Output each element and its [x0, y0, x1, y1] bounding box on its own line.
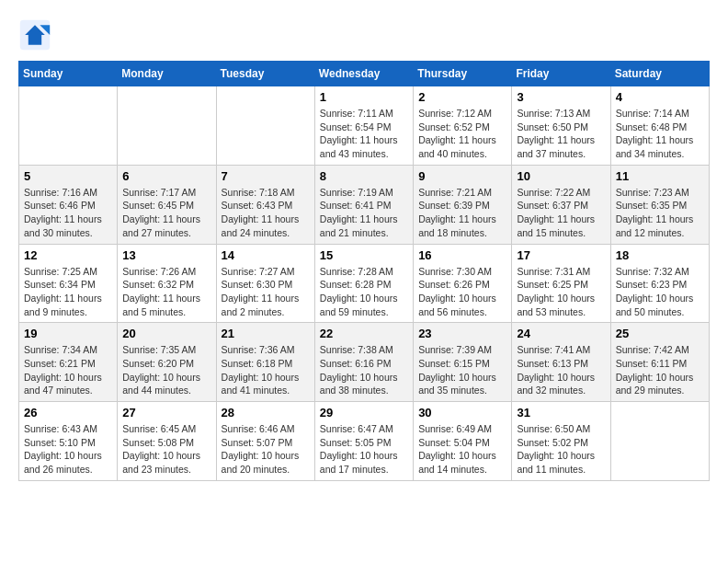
calendar-cell: 15Sunrise: 7:28 AM Sunset: 6:28 PM Dayli…: [314, 244, 413, 323]
day-info: Sunrise: 7:27 AM Sunset: 6:30 PM Dayligh…: [222, 265, 310, 319]
day-info: Sunrise: 7:19 AM Sunset: 6:41 PM Dayligh…: [320, 186, 408, 240]
day-number: 14: [222, 248, 310, 262]
day-number: 20: [122, 327, 210, 340]
day-number: 3: [517, 90, 605, 104]
calendar-cell: 16Sunrise: 7:30 AM Sunset: 6:26 PM Dayli…: [414, 244, 512, 323]
page-header: [18, 18, 710, 52]
calendar-cell: 11Sunrise: 7:23 AM Sunset: 6:35 PM Dayli…: [610, 165, 709, 244]
day-number: 8: [320, 169, 408, 183]
calendar-week-row: 1Sunrise: 7:11 AM Sunset: 6:54 PM Daylig…: [19, 86, 710, 166]
calendar-cell: [216, 86, 314, 166]
calendar-cell: 29Sunrise: 6:47 AM Sunset: 5:05 PM Dayli…: [314, 402, 413, 481]
calendar-day-header: Friday: [512, 62, 610, 86]
calendar-cell: [19, 86, 118, 166]
calendar-cell: [118, 86, 216, 166]
calendar-cell: 9Sunrise: 7:21 AM Sunset: 6:39 PM Daylig…: [414, 165, 512, 244]
day-info: Sunrise: 6:49 AM Sunset: 5:04 PM Dayligh…: [418, 422, 506, 477]
day-info: Sunrise: 7:12 AM Sunset: 6:52 PM Dayligh…: [418, 107, 506, 161]
day-number: 24: [517, 327, 605, 340]
calendar-cell: 12Sunrise: 7:25 AM Sunset: 6:34 PM Dayli…: [19, 244, 118, 323]
calendar-day-header: Saturday: [610, 62, 709, 86]
logo: [18, 18, 57, 52]
calendar-cell: 19Sunrise: 7:34 AM Sunset: 6:21 PM Dayli…: [19, 323, 118, 402]
day-number: 19: [24, 327, 112, 340]
calendar-cell: 31Sunrise: 6:50 AM Sunset: 5:02 PM Dayli…: [512, 402, 610, 481]
calendar-cell: 7Sunrise: 7:18 AM Sunset: 6:43 PM Daylig…: [216, 165, 314, 244]
calendar-cell: [610, 402, 709, 481]
calendar-week-row: 12Sunrise: 7:25 AM Sunset: 6:34 PM Dayli…: [19, 244, 710, 323]
day-info: Sunrise: 7:26 AM Sunset: 6:32 PM Dayligh…: [122, 265, 210, 319]
day-number: 23: [418, 327, 506, 340]
day-info: Sunrise: 7:21 AM Sunset: 6:39 PM Dayligh…: [418, 186, 506, 240]
calendar-day-header: Tuesday: [216, 62, 314, 86]
calendar-cell: 13Sunrise: 7:26 AM Sunset: 6:32 PM Dayli…: [118, 244, 216, 323]
calendar: SundayMondayTuesdayWednesdayThursdayFrid…: [18, 61, 710, 481]
day-info: Sunrise: 6:45 AM Sunset: 5:08 PM Dayligh…: [122, 422, 210, 477]
day-number: 6: [122, 169, 210, 183]
day-number: 29: [320, 406, 408, 419]
calendar-cell: 27Sunrise: 6:45 AM Sunset: 5:08 PM Dayli…: [118, 402, 216, 481]
day-info: Sunrise: 7:18 AM Sunset: 6:43 PM Dayligh…: [222, 186, 310, 240]
day-info: Sunrise: 7:17 AM Sunset: 6:45 PM Dayligh…: [122, 186, 210, 240]
day-number: 4: [616, 90, 704, 104]
calendar-cell: 6Sunrise: 7:17 AM Sunset: 6:45 PM Daylig…: [118, 165, 216, 244]
day-info: Sunrise: 7:34 AM Sunset: 6:21 PM Dayligh…: [24, 343, 112, 397]
day-number: 30: [418, 406, 506, 419]
day-info: Sunrise: 7:32 AM Sunset: 6:23 PM Dayligh…: [616, 265, 704, 319]
day-info: Sunrise: 7:25 AM Sunset: 6:34 PM Dayligh…: [24, 265, 112, 319]
day-number: 15: [320, 248, 408, 262]
day-number: 9: [418, 169, 506, 183]
day-info: Sunrise: 7:22 AM Sunset: 6:37 PM Dayligh…: [517, 186, 605, 240]
day-info: Sunrise: 7:35 AM Sunset: 6:20 PM Dayligh…: [122, 343, 210, 397]
calendar-cell: 18Sunrise: 7:32 AM Sunset: 6:23 PM Dayli…: [610, 244, 709, 323]
day-info: Sunrise: 7:14 AM Sunset: 6:48 PM Dayligh…: [616, 107, 704, 161]
day-info: Sunrise: 6:46 AM Sunset: 5:07 PM Dayligh…: [222, 422, 310, 477]
day-number: 12: [24, 248, 112, 262]
calendar-week-row: 19Sunrise: 7:34 AM Sunset: 6:21 PM Dayli…: [19, 323, 710, 402]
day-number: 17: [517, 248, 605, 262]
day-number: 16: [418, 248, 506, 262]
day-info: Sunrise: 7:16 AM Sunset: 6:46 PM Dayligh…: [24, 186, 112, 240]
day-number: 31: [517, 406, 605, 419]
calendar-day-header: Monday: [118, 62, 216, 86]
day-number: 11: [616, 169, 704, 183]
day-number: 26: [24, 406, 112, 419]
calendar-day-header: Wednesday: [314, 62, 413, 86]
day-number: 28: [222, 406, 310, 419]
day-number: 1: [320, 90, 408, 104]
calendar-cell: 8Sunrise: 7:19 AM Sunset: 6:41 PM Daylig…: [314, 165, 413, 244]
calendar-cell: 24Sunrise: 7:41 AM Sunset: 6:13 PM Dayli…: [512, 323, 610, 402]
day-number: 13: [122, 248, 210, 262]
day-info: Sunrise: 7:38 AM Sunset: 6:16 PM Dayligh…: [320, 343, 408, 397]
day-info: Sunrise: 7:30 AM Sunset: 6:26 PM Dayligh…: [418, 265, 506, 319]
calendar-week-row: 26Sunrise: 6:43 AM Sunset: 5:10 PM Dayli…: [19, 402, 710, 481]
day-number: 10: [517, 169, 605, 183]
calendar-cell: 14Sunrise: 7:27 AM Sunset: 6:30 PM Dayli…: [216, 244, 314, 323]
calendar-cell: 28Sunrise: 6:46 AM Sunset: 5:07 PM Dayli…: [216, 402, 314, 481]
day-info: Sunrise: 7:41 AM Sunset: 6:13 PM Dayligh…: [517, 343, 605, 397]
day-info: Sunrise: 7:42 AM Sunset: 6:11 PM Dayligh…: [616, 343, 704, 397]
calendar-cell: 26Sunrise: 6:43 AM Sunset: 5:10 PM Dayli…: [19, 402, 118, 481]
day-info: Sunrise: 6:50 AM Sunset: 5:02 PM Dayligh…: [517, 422, 605, 477]
calendar-header-row: SundayMondayTuesdayWednesdayThursdayFrid…: [19, 62, 710, 86]
calendar-cell: 20Sunrise: 7:35 AM Sunset: 6:20 PM Dayli…: [118, 323, 216, 402]
day-info: Sunrise: 7:28 AM Sunset: 6:28 PM Dayligh…: [320, 265, 408, 319]
calendar-cell: 2Sunrise: 7:12 AM Sunset: 6:52 PM Daylig…: [414, 86, 512, 166]
day-info: Sunrise: 7:23 AM Sunset: 6:35 PM Dayligh…: [616, 186, 704, 240]
calendar-cell: 5Sunrise: 7:16 AM Sunset: 6:46 PM Daylig…: [19, 165, 118, 244]
day-number: 5: [24, 169, 112, 183]
calendar-cell: 4Sunrise: 7:14 AM Sunset: 6:48 PM Daylig…: [610, 86, 709, 166]
day-info: Sunrise: 7:13 AM Sunset: 6:50 PM Dayligh…: [517, 107, 605, 161]
day-number: 27: [122, 406, 210, 419]
day-info: Sunrise: 7:31 AM Sunset: 6:25 PM Dayligh…: [517, 265, 605, 319]
day-number: 7: [222, 169, 310, 183]
calendar-cell: 23Sunrise: 7:39 AM Sunset: 6:15 PM Dayli…: [414, 323, 512, 402]
day-info: Sunrise: 7:11 AM Sunset: 6:54 PM Dayligh…: [320, 107, 408, 161]
day-info: Sunrise: 6:43 AM Sunset: 5:10 PM Dayligh…: [24, 422, 112, 477]
calendar-cell: 1Sunrise: 7:11 AM Sunset: 6:54 PM Daylig…: [314, 86, 413, 166]
day-info: Sunrise: 7:39 AM Sunset: 6:15 PM Dayligh…: [418, 343, 506, 397]
calendar-cell: 22Sunrise: 7:38 AM Sunset: 6:16 PM Dayli…: [314, 323, 413, 402]
day-number: 2: [418, 90, 506, 104]
day-info: Sunrise: 7:36 AM Sunset: 6:18 PM Dayligh…: [222, 343, 310, 397]
day-info: Sunrise: 6:47 AM Sunset: 5:05 PM Dayligh…: [320, 422, 408, 477]
